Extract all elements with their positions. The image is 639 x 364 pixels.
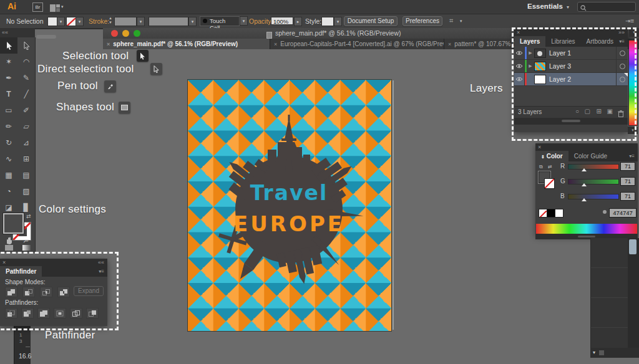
make-mask-icon[interactable]: ▢	[585, 108, 590, 115]
visibility-eye-icon[interactable]	[514, 60, 525, 72]
tab-european-capitals[interactable]: ×European-Capitals-Part-4 [Converted].ai…	[270, 39, 444, 49]
layer-name[interactable]: Layer 2	[549, 75, 571, 83]
fill-swatch-caret-icon[interactable]: ▾	[57, 17, 65, 26]
fill-color-swatch[interactable]	[3, 213, 24, 234]
paintbrush-tool[interactable]: ✐	[17, 102, 35, 118]
new-layer-icon[interactable]: ▣	[607, 108, 613, 115]
variable-width-profile[interactable]	[149, 17, 188, 26]
layer-target-icon[interactable]	[616, 60, 628, 72]
merge-button[interactable]	[37, 308, 50, 318]
close-panel-icon[interactable]: ×	[0, 259, 6, 266]
direct-selection-tool[interactable]	[17, 37, 35, 54]
tab-color[interactable]: ⇕ Color	[535, 151, 568, 161]
layer-thumbnail[interactable]	[534, 49, 546, 58]
swatches-spectrum-strip[interactable]	[628, 40, 638, 126]
type-tool[interactable]: T	[0, 86, 17, 102]
brush-caret-icon[interactable]: ▾	[240, 16, 248, 26]
dock-collapse-icon[interactable]: ▾	[628, 127, 638, 134]
outline-button[interactable]	[70, 308, 82, 318]
tab-artboards[interactable]: Artboards	[581, 36, 619, 47]
scale-tool[interactable]: ⊿	[17, 135, 35, 151]
opacity-value[interactable]: 100%	[271, 17, 293, 25]
workspace-caret-icon[interactable]: ▾	[61, 4, 64, 9]
bridge-icon[interactable]: Br	[32, 2, 43, 12]
brush-definition[interactable]: Touch Call...	[200, 16, 240, 26]
stroke-swatch-caret-icon[interactable]: ▾	[76, 17, 84, 26]
isolate-caret-icon[interactable]: ▾	[460, 19, 462, 24]
tab-color-guide[interactable]: Color Guide	[568, 151, 613, 161]
layer-thumbnail[interactable]	[534, 62, 546, 71]
blue-value[interactable]: 71	[620, 192, 635, 201]
swap-fill-stroke-icon[interactable]: ⇄	[26, 213, 31, 219]
new-sublayer-icon[interactable]: ⊞	[597, 108, 602, 115]
red-slider[interactable]	[568, 164, 619, 170]
tab-pathfinder[interactable]: Pathfinder	[0, 266, 42, 277]
layer-row-2-selected[interactable]: Layer 2	[514, 73, 628, 86]
white-swatch[interactable]	[555, 209, 563, 218]
minus-front-button[interactable]	[22, 287, 35, 297]
expand-layer-icon[interactable]: ▶	[527, 50, 534, 55]
magic-wand-tool[interactable]: ✶	[0, 54, 17, 70]
visibility-eye-icon[interactable]	[514, 47, 525, 59]
none-swatch[interactable]	[539, 209, 547, 218]
tools-panel-header[interactable]: ««	[0, 28, 35, 37]
panel-flyout-icon[interactable]: ▾≡	[619, 36, 628, 47]
swap-fill-stroke-icon[interactable]: ⇄	[548, 164, 552, 170]
style-swatch[interactable]	[321, 17, 334, 26]
blend-tool[interactable]: ▧	[17, 183, 35, 199]
collapse-panel-icon[interactable]: ««	[98, 259, 104, 266]
color-mode-button[interactable]	[0, 243, 17, 252]
expand-layer-icon[interactable]: ▶	[527, 64, 534, 69]
workspace-switcher-caret-icon[interactable]: ▾	[567, 4, 569, 10]
minus-back-button[interactable]	[86, 308, 99, 318]
crop-button[interactable]	[54, 308, 66, 318]
opacity-caret-icon[interactable]: ▸	[294, 17, 302, 26]
dock-expand-icon[interactable]: ▾	[590, 350, 595, 355]
lasso-tool[interactable]: ◠	[17, 54, 35, 70]
selection-tool[interactable]	[0, 37, 17, 54]
layer-name[interactable]: Layer 3	[549, 62, 571, 70]
search-input[interactable]	[577, 2, 636, 12]
close-tab-icon[interactable]: ×	[274, 41, 277, 47]
eraser-tool[interactable]: ▱	[17, 118, 35, 135]
intersect-button[interactable]	[40, 287, 52, 297]
zoom-level-readout[interactable]: 16.6	[19, 352, 31, 360]
gradient-mode-button[interactable]	[17, 243, 35, 252]
workspace-switcher[interactable]: Essentials	[527, 2, 563, 10]
eyedropper-tool[interactable]: ◔	[0, 183, 17, 199]
width-tool[interactable]: ∿	[0, 151, 17, 167]
black-swatch[interactable]	[547, 209, 555, 218]
panel-menu-icon[interactable]: ⇥≡	[625, 17, 634, 24]
divide-button[interactable]	[5, 308, 17, 318]
visibility-eye-icon[interactable]	[514, 73, 525, 85]
width-profile-caret-icon[interactable]: ▾	[188, 17, 197, 26]
panel-cycle-icon[interactable]: ⇕	[541, 155, 545, 159]
stroke-link[interactable]: Stroke:	[89, 17, 109, 25]
green-slider[interactable]	[568, 179, 619, 184]
perspective-grid-tool[interactable]: ⊞	[17, 151, 35, 167]
minimize-window-icon[interactable]	[122, 30, 129, 37]
panel-resize-strip[interactable]	[514, 118, 628, 125]
panel-flyout-icon[interactable]: ▾≡	[629, 151, 638, 161]
unite-button[interactable]	[5, 287, 17, 297]
pencil-tool[interactable]: ✏	[0, 118, 17, 135]
stroke-proxy-swatch[interactable]	[544, 178, 555, 189]
stroke-swatch[interactable]	[66, 17, 76, 26]
stroke-weight-stepper[interactable]: ▲▼	[109, 16, 112, 25]
dock-collapse-icon[interactable]: ▾	[629, 28, 639, 37]
tab-sphere-main[interactable]: ×sphere_main.pdf* @ 56.1% (RGB/Preview)	[103, 39, 270, 49]
tab-layers[interactable]: Layers	[514, 36, 545, 47]
trim-button[interactable]	[21, 308, 34, 318]
panel-flyout-icon[interactable]: ▾≡	[99, 266, 107, 277]
close-panel-icon[interactable]: ×	[535, 144, 541, 150]
blue-slider[interactable]	[568, 194, 619, 199]
rotate-tool[interactable]: ↻	[0, 135, 17, 151]
tab-libraries[interactable]: Libraries	[545, 36, 580, 47]
layer-row-3[interactable]: ▶ Layer 3	[514, 60, 628, 73]
close-window-icon[interactable]	[111, 30, 118, 37]
stroke-weight-value[interactable]	[114, 17, 137, 26]
dock-scrollbar[interactable]	[628, 238, 639, 357]
isolate-icon[interactable]: ⌗	[449, 17, 453, 25]
red-value[interactable]: 71	[620, 162, 635, 171]
locate-object-icon[interactable]: ○	[575, 108, 579, 115]
